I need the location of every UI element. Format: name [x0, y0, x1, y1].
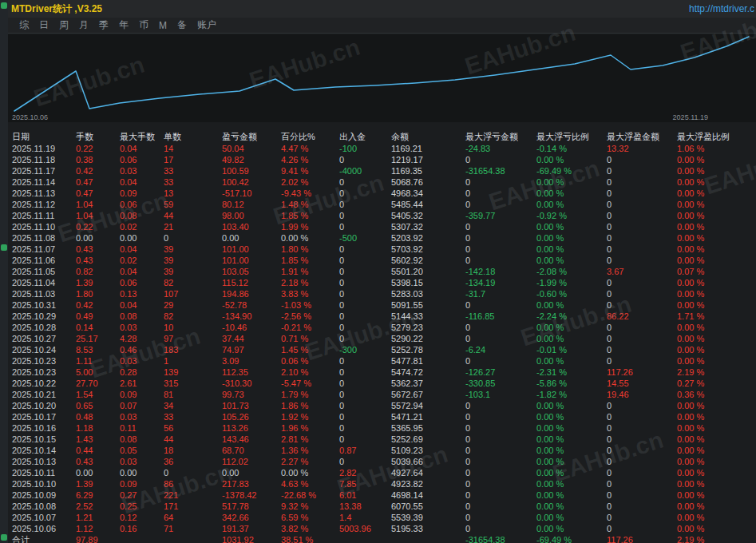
table-row: 2025.10.200.650.0734101.731.86 %05572.94… — [8, 400, 756, 411]
cell: 100.42 — [222, 176, 281, 188]
cell: 221 — [164, 489, 222, 501]
cell: 2025.10.21 — [12, 389, 76, 400]
cell: 0.07 % — [677, 266, 756, 277]
cell: 0.00 % — [677, 400, 756, 411]
table-row: 2025.10.130.430.0336112.022.27 %05039.66… — [8, 456, 756, 467]
cell: 17 — [164, 154, 222, 165]
cell: 2025.10.14 — [12, 445, 76, 456]
cell: 0 — [607, 232, 677, 244]
cell: 2025.11.17 — [12, 165, 76, 176]
cell: 2025.10.11 — [12, 467, 76, 478]
cell: 171 — [164, 501, 222, 512]
cell: 5365.95 — [391, 422, 465, 434]
menu-item-账户[interactable]: 账户 — [197, 18, 216, 32]
cell: 2025.10.13 — [12, 456, 76, 467]
cell: 0.00 % — [677, 288, 756, 299]
cell: 0.00 % — [677, 489, 756, 501]
cell: 1.39 — [76, 478, 120, 489]
menu-item-综[interactable]: 综 — [19, 18, 29, 32]
cell: 0 — [607, 478, 677, 489]
cell: 0.82 — [76, 266, 120, 277]
cell: 2025.10.29 — [12, 311, 76, 322]
cell: 1.71 % — [677, 311, 756, 322]
cell: 2025.10.23 — [12, 367, 76, 378]
cell: 56 — [164, 422, 222, 434]
menu-item-周[interactable]: 周 — [59, 18, 69, 32]
cell: 2025.11.18 — [12, 154, 76, 165]
cell: -5.86 % — [536, 378, 607, 389]
cell: -142.18 — [465, 266, 536, 277]
cell: 5283.03 — [391, 288, 465, 299]
cell: 2025.11.11 — [12, 210, 76, 221]
cell: 5039.66 — [391, 456, 465, 467]
cell: -134.90 — [222, 311, 281, 322]
cell: 1.80 % — [281, 244, 339, 255]
cell: 1.4 — [339, 512, 391, 523]
cell: 合计 — [12, 534, 76, 543]
menu-item-M[interactable]: M — [159, 20, 167, 31]
cell: 0.36 % — [677, 389, 756, 400]
cell: -52.78 — [222, 299, 281, 311]
cell: 5003.96 — [339, 523, 391, 534]
cell: -5.47 % — [281, 378, 339, 389]
cell: 0.00 % — [536, 199, 607, 210]
cell: 5252.69 — [391, 434, 465, 445]
cell: 1.45 % — [281, 344, 339, 355]
cell: 0 — [339, 400, 391, 411]
table-row: 2025.10.248.530.4618374.971.45 %-3005252… — [8, 344, 756, 355]
menu-item-备[interactable]: 备 — [177, 18, 187, 32]
cell: 2025.11.04 — [12, 277, 76, 288]
menu-item-年[interactable]: 年 — [119, 18, 129, 32]
cell: 2025.10.10 — [12, 478, 76, 489]
cell: 0.00 % — [677, 322, 756, 333]
cell: 0 — [607, 199, 677, 210]
column-header: 手数 — [76, 130, 120, 143]
cell: 3.82 % — [281, 523, 339, 534]
table-row: 2025.10.170.480.0333105.261.92 %05471.21… — [8, 411, 756, 422]
cell: 2025.11.08 — [12, 232, 76, 244]
menu-item-日[interactable]: 日 — [39, 18, 49, 32]
table-row: 2025.10.2227.702.61315-310.30-5.47 %0536… — [8, 378, 756, 389]
table-row: 2025.11.190.220.041450.044.47 %-1001169.… — [8, 143, 756, 154]
cell: 0.16 — [120, 523, 164, 534]
cell: 0.25 — [120, 501, 164, 512]
cell: -69.49 % — [536, 534, 607, 543]
cell: 10 — [164, 322, 222, 333]
menu-item-季[interactable]: 季 — [99, 18, 109, 32]
column-header: 单数 — [164, 130, 222, 143]
cell: 5068.76 — [391, 176, 465, 188]
cell: 0.00 % — [536, 244, 607, 255]
cell: 44 — [164, 434, 222, 445]
cell: 0.00 % — [536, 176, 607, 188]
cell: 0 — [607, 523, 677, 534]
cell: 0 — [339, 311, 391, 322]
cell: 0.00 % — [536, 333, 607, 344]
website-link[interactable]: http://mtdriver.c — [689, 3, 754, 14]
cell: 0 — [465, 221, 536, 232]
cell: 1.39 — [76, 277, 120, 288]
cell: 0.00 % — [536, 478, 607, 489]
cell: -4000 — [339, 165, 391, 176]
table-row: 2025.10.211.540.098199.731.79 %05672.67-… — [8, 389, 756, 400]
cell: 3.67 — [607, 266, 677, 277]
cell: 0.22 — [76, 221, 120, 232]
cell: 5471.21 — [391, 411, 465, 422]
cell: 117.26 — [607, 367, 677, 378]
menu-item-币[interactable]: 币 — [139, 18, 148, 32]
cell: 0 — [465, 400, 536, 411]
cell: 5602.92 — [391, 255, 465, 266]
table-total-row: 合计97.891031.9238.51 %-31654.38-69.49 %11… — [8, 534, 756, 543]
cell: 64 — [164, 512, 222, 523]
cell: 113.26 — [222, 422, 281, 434]
cell: 0.00 % — [536, 445, 607, 456]
cell: 33 — [164, 176, 222, 188]
cell: 0 — [465, 154, 536, 165]
cell: 5144.33 — [391, 311, 465, 322]
cell: 0.00 % — [677, 456, 756, 467]
cell: 9.41 % — [281, 165, 339, 176]
menu-item-月[interactable]: 月 — [79, 18, 89, 32]
table-header-row: 日期手数最大手数单数盈亏金额百分比%出入金余额最大浮亏金额最大浮亏比例最大浮盈金… — [8, 130, 756, 143]
cell: 139 — [164, 367, 222, 378]
cell: 2.02 % — [281, 176, 339, 188]
cell: 81 — [164, 389, 222, 400]
